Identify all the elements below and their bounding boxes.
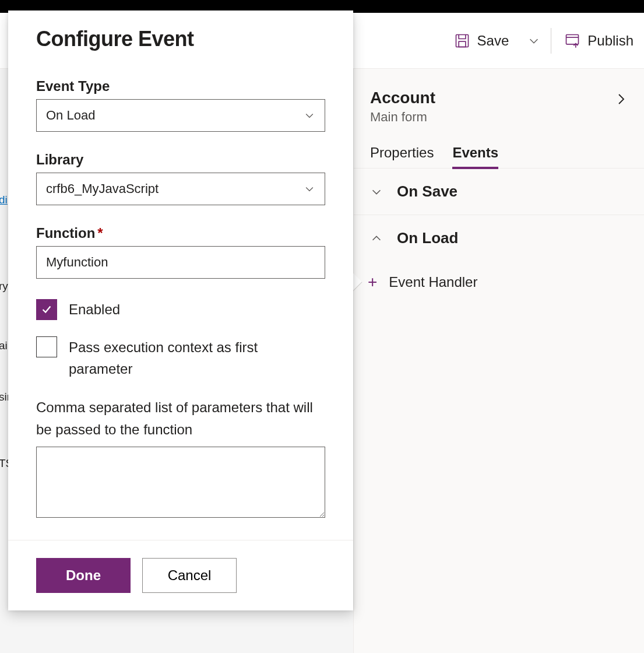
event-type-value: On Load xyxy=(46,108,95,123)
save-dropdown-chevron[interactable] xyxy=(519,34,548,47)
enabled-checkbox[interactable] xyxy=(36,299,57,320)
section-label: On Load xyxy=(397,229,458,247)
publish-icon xyxy=(564,33,580,49)
panel-collapse-chevron[interactable] xyxy=(614,92,628,106)
tab-events[interactable]: Events xyxy=(452,145,498,169)
svg-rect-2 xyxy=(566,34,579,44)
separator xyxy=(551,28,551,54)
pass-execution-context-label: Pass execution context as first paramete… xyxy=(69,336,325,380)
tab-properties[interactable]: Properties xyxy=(370,145,434,168)
save-label: Save xyxy=(477,33,509,49)
plus-icon: + xyxy=(368,273,377,292)
event-type-select[interactable]: On Load xyxy=(36,99,325,132)
section-on-load[interactable]: On Load xyxy=(354,215,644,261)
library-label: Library xyxy=(36,152,325,168)
parameters-label: Comma separated list of parameters that … xyxy=(36,396,325,441)
chevron-down-icon xyxy=(370,185,383,198)
function-input[interactable] xyxy=(36,246,325,279)
panel-tabs: Properties Events xyxy=(354,145,644,168)
entity-subtitle: Main form xyxy=(370,110,435,125)
svg-rect-1 xyxy=(459,41,466,47)
required-asterisk: * xyxy=(97,225,103,241)
library-select[interactable]: crfb6_MyJavaScript xyxy=(36,173,325,205)
chevron-down-icon xyxy=(527,34,540,47)
svg-rect-0 xyxy=(456,34,468,47)
save-button[interactable]: Save xyxy=(444,24,520,57)
section-label: On Save xyxy=(397,182,458,201)
add-handler-label: Event Handler xyxy=(389,274,477,290)
dialog-footer: Done Cancel xyxy=(8,540,353,610)
check-icon xyxy=(40,303,53,316)
cancel-button[interactable]: Cancel xyxy=(142,558,237,593)
publish-button[interactable]: Publish xyxy=(554,24,644,57)
library-value: crfb6_MyJavaScript xyxy=(46,181,159,196)
publish-label: Publish xyxy=(587,33,634,49)
configure-event-dialog: Configure Event Event Type On Load Libra… xyxy=(8,10,353,610)
function-label: Function* xyxy=(36,225,325,241)
section-on-save[interactable]: On Save xyxy=(354,168,644,215)
chevron-right-icon xyxy=(614,92,628,106)
add-event-handler[interactable]: + Event Handler xyxy=(354,261,644,303)
chevron-down-icon xyxy=(304,110,315,121)
done-button[interactable]: Done xyxy=(36,558,131,593)
save-icon xyxy=(454,33,470,49)
enabled-label: Enabled xyxy=(69,299,120,320)
properties-panel: Account Main form Properties Events On S… xyxy=(353,69,644,653)
event-type-label: Event Type xyxy=(36,78,325,94)
chevron-up-icon xyxy=(370,232,383,245)
entity-title: Account xyxy=(370,89,435,107)
chevron-down-icon xyxy=(304,183,315,195)
background-left-strip: di ry ai sir TS xyxy=(0,13,8,653)
dialog-title: Configure Event xyxy=(36,27,325,51)
pass-execution-context-checkbox[interactable] xyxy=(36,336,57,357)
parameters-textarea[interactable] xyxy=(36,447,325,518)
